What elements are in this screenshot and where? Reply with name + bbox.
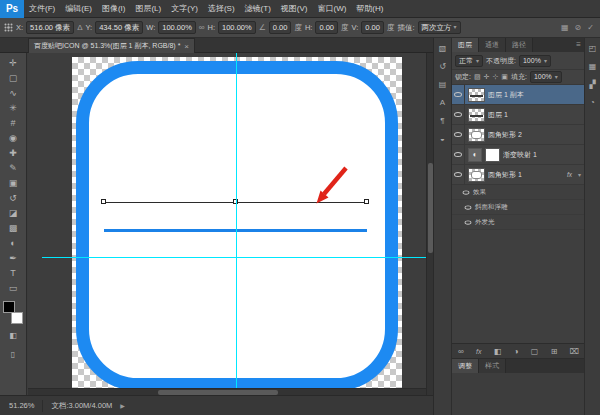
navigator-panel-icon[interactable]: ◔ (590, 99, 595, 107)
interpolation-select[interactable]: 两次立方 ▾ (418, 21, 461, 34)
clone-stamp-tool-icon[interactable]: ▣ (3, 176, 24, 191)
lasso-tool-icon[interactable]: ∿ (3, 86, 24, 101)
layer-style-icon[interactable]: fx (476, 348, 481, 355)
layer-row-layer1[interactable]: 图层 1 (452, 105, 585, 125)
quick-mask-icon[interactable]: ◧ (3, 328, 24, 343)
canvas-area[interactable] (28, 53, 433, 395)
marquee-tool-icon[interactable]: ▢ (3, 71, 24, 86)
lock-transparency-icon[interactable]: ▨ (474, 73, 481, 81)
menu-view[interactable]: 视图(V) (276, 0, 313, 18)
properties-panel-icon[interactable]: ▧ (439, 45, 447, 53)
character-panel-icon[interactable]: A (440, 99, 445, 107)
layer-thumbnail[interactable] (468, 88, 485, 102)
link-layers-icon[interactable]: ∞ (458, 347, 464, 356)
crop-tool-icon[interactable]: # (3, 116, 24, 131)
menu-type[interactable]: 文字(Y) (166, 0, 203, 18)
pen-tool-icon[interactable]: ✒ (3, 251, 24, 266)
layer-row-layer1-copy[interactable]: 图层 1 副本 (452, 85, 585, 105)
horizontal-scrollbar[interactable] (28, 388, 426, 395)
layer-mask-thumbnail[interactable] (485, 148, 500, 162)
layer-thumbnail[interactable] (468, 128, 485, 142)
horizontal-scrollbar-thumb[interactable] (158, 390, 278, 395)
tab-channels[interactable]: 通道 (479, 38, 506, 52)
lock-all-icon[interactable]: ▣ (501, 73, 508, 81)
menu-filter[interactable]: 滤镜(T) (240, 0, 276, 18)
lock-position-icon[interactable]: ⊹ (492, 73, 498, 81)
adjustment-layer-icon[interactable]: ◐ (468, 148, 482, 162)
new-adjustment-layer-icon[interactable]: ◑ (514, 347, 519, 356)
visibility-toggle[interactable] (452, 145, 465, 164)
fill-select[interactable]: 100% ▾ (530, 71, 562, 83)
zoom-level[interactable]: 51.26% (9, 401, 34, 410)
layer-row-rounded-rect-2[interactable]: 圆角矩形 2 (452, 125, 585, 145)
reference-point-icon[interactable] (4, 23, 13, 32)
new-group-icon[interactable]: ▢ (531, 347, 539, 356)
menu-edit[interactable]: 编辑(E) (60, 0, 97, 18)
layer-thumbnail[interactable] (468, 108, 485, 122)
eraser-tool-icon[interactable]: ◪ (3, 206, 24, 221)
tab-adjustments[interactable]: 调整 (452, 359, 479, 373)
x-input[interactable]: 516.00 像素 (26, 21, 74, 34)
healing-brush-tool-icon[interactable]: ✚ (3, 146, 24, 161)
effect-row-bevel-emboss[interactable]: 斜面和浮雕 (452, 200, 585, 215)
link-dimensions-icon[interactable]: ∞ (199, 23, 205, 32)
eye-icon[interactable] (465, 205, 472, 209)
menu-layer[interactable]: 图层(L) (130, 0, 166, 18)
fx-badge[interactable]: fx (567, 171, 575, 178)
rotate-input[interactable]: 0.00 (269, 21, 292, 34)
new-layer-icon[interactable]: ⊞ (551, 347, 558, 356)
menu-file[interactable]: 文件(F) (24, 0, 60, 18)
brush-tool-icon[interactable]: ✎ (3, 161, 24, 176)
histogram-panel-icon[interactable]: ▞ (589, 81, 595, 89)
document-tab[interactable]: 百度贴吧ICON @ 51.3%(图层 1 副本, RGB/8) * × (28, 38, 195, 53)
color-panel-icon[interactable]: ◒ (440, 135, 445, 143)
relative-position-icon[interactable]: Δ (77, 23, 82, 32)
menu-window[interactable]: 窗口(W) (312, 0, 351, 18)
close-icon[interactable]: × (184, 42, 189, 51)
move-tool-icon[interactable]: ✛ (3, 56, 24, 71)
effects-header-row[interactable]: 效果 (452, 185, 585, 200)
horizontal-guide[interactable] (42, 257, 433, 258)
paragraph-panel-icon[interactable]: ¶ (440, 117, 444, 125)
visibility-toggle[interactable] (452, 85, 465, 104)
layer-row-rounded-rect-1[interactable]: 圆角矩形 1 fx ▾ (452, 165, 585, 185)
gradient-tool-icon[interactable]: ▩ (3, 221, 24, 236)
vertical-scrollbar[interactable] (426, 53, 433, 395)
blend-mode-select[interactable]: 正常 ▾ (455, 55, 483, 67)
commit-transform-icon[interactable]: ✓ (587, 23, 594, 32)
vertical-guide[interactable] (236, 53, 237, 395)
menu-image[interactable]: 图像(I) (97, 0, 131, 18)
transform-handle-left[interactable] (101, 199, 106, 204)
dodge-tool-icon[interactable]: ◐ (3, 236, 24, 251)
menu-select[interactable]: 选择(S) (203, 0, 240, 18)
foreground-color-swatch[interactable] (3, 301, 15, 313)
layer-row-gradient-map[interactable]: ◐ 渐变映射 1 (452, 145, 585, 165)
vertical-scrollbar-thumb[interactable] (428, 163, 433, 253)
height-input[interactable]: 100.00% (218, 21, 256, 34)
tab-layers[interactable]: 图层 (452, 38, 479, 52)
document-canvas[interactable] (72, 57, 402, 395)
transform-handle-right[interactable] (364, 199, 369, 204)
layer-thumbnail[interactable] (468, 168, 485, 182)
visibility-toggle[interactable] (452, 165, 465, 184)
add-layer-mask-icon[interactable]: ◧ (494, 347, 502, 356)
vskew-input[interactable]: 0.00 (361, 21, 384, 34)
opacity-select[interactable]: 100% ▾ (519, 55, 551, 67)
chevron-down-icon[interactable]: ▾ (578, 171, 583, 178)
lock-pixels-icon[interactable]: ✛ (484, 73, 490, 81)
eyedropper-tool-icon[interactable]: ◉ (3, 131, 24, 146)
delete-layer-icon[interactable]: ⌧ (570, 347, 579, 356)
visibility-toggle[interactable] (452, 105, 465, 124)
swatches-panel-icon[interactable]: ▦ (589, 63, 597, 71)
eye-icon[interactable] (465, 220, 472, 224)
y-input[interactable]: 434.50 像素 (95, 21, 143, 34)
effect-row-outer-glow[interactable]: 外发光 (452, 215, 585, 230)
tab-paths[interactable]: 路径 (506, 38, 533, 52)
width-input[interactable]: 100.00% (158, 21, 196, 34)
menu-help[interactable]: 帮助(H) (351, 0, 388, 18)
history-panel-icon[interactable]: ↺ (439, 63, 446, 71)
magic-wand-tool-icon[interactable]: ✳ (3, 101, 24, 116)
screen-mode-icon[interactable]: ▯ (3, 347, 24, 362)
eye-icon[interactable] (463, 190, 470, 194)
warp-mode-icon[interactable]: ▦ (561, 23, 569, 32)
